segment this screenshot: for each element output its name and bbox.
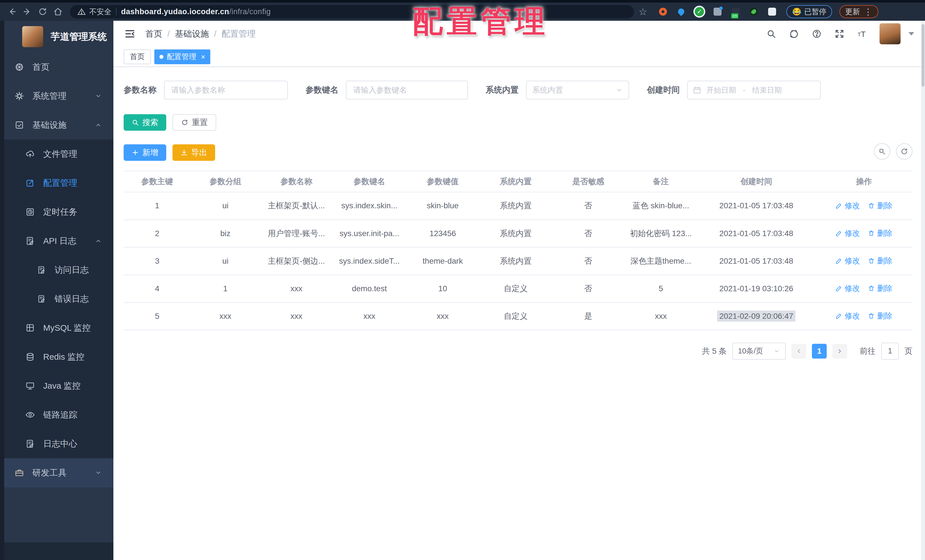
extension-puzzle-icon[interactable] bbox=[767, 6, 778, 17]
cell-param-value: 10 bbox=[406, 275, 479, 302]
tab-home[interactable]: 首页 bbox=[124, 50, 151, 64]
delete-link[interactable]: 删除 bbox=[868, 283, 892, 294]
edit-link[interactable]: 修改 bbox=[836, 311, 860, 321]
pagination: 共 5 条 10条/页 1 前往 页 bbox=[124, 343, 913, 360]
cell-param-id: 1 bbox=[124, 192, 191, 220]
cell-create-time: 2021-01-05 17:03:48 bbox=[697, 247, 815, 275]
sidebar-item-dev-tools[interactable]: 研发工具 bbox=[4, 458, 113, 487]
goto-page-input[interactable] bbox=[881, 343, 899, 360]
sidebar-item-log-center[interactable]: 日志中心 bbox=[4, 429, 113, 458]
browser-menu-icon[interactable]: ⋮ bbox=[864, 7, 873, 17]
cell-param-key: sys.index.sideT... bbox=[333, 247, 406, 275]
sidebar-item-redis-monitor[interactable]: Redis 监控 bbox=[4, 342, 113, 371]
chevron-down-icon bbox=[95, 469, 102, 476]
search-button[interactable]: 搜索 bbox=[124, 114, 166, 131]
param-key-input[interactable] bbox=[346, 81, 468, 99]
export-button[interactable]: 导出 bbox=[172, 145, 215, 161]
sidebar-item-java-monitor[interactable]: Java 监控 bbox=[4, 371, 113, 400]
sidebar-item-error-logs[interactable]: 错误日志 bbox=[4, 285, 113, 313]
profile-paused-badge[interactable]: 😂 已暂停 bbox=[786, 5, 832, 18]
sidebar-item-scheduled-jobs[interactable]: 定时任务 bbox=[4, 197, 113, 226]
breadcrumb-home[interactable]: 首页 bbox=[145, 28, 162, 40]
paused-label: 已暂停 bbox=[804, 7, 826, 17]
sidebar-item-tracing[interactable]: 链路追踪 bbox=[4, 400, 113, 429]
next-page-button[interactable] bbox=[832, 344, 847, 358]
menu-fold-icon[interactable] bbox=[124, 28, 136, 39]
delete-link[interactable]: 删除 bbox=[868, 200, 892, 211]
edit-link[interactable]: 修改 bbox=[836, 228, 860, 238]
delete-link[interactable]: 删除 bbox=[868, 228, 892, 238]
extension-orange-icon[interactable] bbox=[657, 6, 669, 17]
url-divider bbox=[116, 8, 116, 15]
sidebar-item-mysql-monitor[interactable]: MySQL 监控 bbox=[4, 313, 113, 342]
reset-button[interactable]: 重置 bbox=[172, 114, 216, 131]
sidebar-item-label: 日志中心 bbox=[43, 438, 77, 450]
delete-link[interactable]: 删除 bbox=[868, 311, 892, 321]
tab-close-icon[interactable]: × bbox=[201, 53, 205, 60]
sidebar-item-label: 链路追踪 bbox=[43, 409, 77, 421]
warning-icon bbox=[77, 8, 86, 16]
cell-remark: xxx bbox=[625, 302, 697, 330]
font-size-icon[interactable]: TT bbox=[857, 29, 868, 39]
system-built-in-label: 系统内置 bbox=[486, 84, 519, 96]
param-name-label: 参数名称 bbox=[124, 84, 157, 96]
avatar-dropdown-caret-icon[interactable] bbox=[908, 32, 914, 36]
svg-text:T: T bbox=[858, 32, 861, 38]
breadcrumb-infrastructure[interactable]: 基础设施 bbox=[175, 28, 209, 40]
chevron-up-icon bbox=[95, 237, 102, 245]
delete-link[interactable]: 删除 bbox=[868, 256, 892, 266]
bookmark-star-icon[interactable]: ☆ bbox=[639, 6, 647, 17]
extension-leaf-icon[interactable] bbox=[748, 6, 759, 17]
cell-param-group: xxx bbox=[191, 302, 260, 330]
tab-config-management[interactable]: 配置管理 × bbox=[154, 50, 210, 64]
refresh-icon bbox=[181, 119, 188, 126]
sidebar-item-file-management[interactable]: 文件管理 bbox=[4, 140, 113, 169]
cell-actions: 修改删除 bbox=[816, 275, 913, 302]
sidebar-item-home[interactable]: 首页 bbox=[4, 53, 113, 81]
reload-icon[interactable] bbox=[36, 5, 49, 18]
cell-param-id: 4 bbox=[124, 275, 191, 302]
extension-gray-icon[interactable] bbox=[712, 6, 723, 17]
edit-link[interactable]: 修改 bbox=[836, 283, 860, 294]
sidebar-item-infrastructure[interactable]: 基础设施 bbox=[4, 110, 113, 140]
sidebar-item-config-management[interactable]: 配置管理 bbox=[4, 169, 113, 197]
page-size-select[interactable]: 10条/页 bbox=[732, 343, 786, 360]
sidebar-item-label: MySQL 监控 bbox=[43, 322, 90, 334]
github-icon[interactable] bbox=[789, 29, 799, 39]
home-nav-icon[interactable] bbox=[52, 5, 64, 18]
back-icon[interactable] bbox=[6, 5, 18, 18]
system-built-in-select[interactable]: 系统内置 bbox=[526, 81, 629, 99]
edit-link[interactable]: 修改 bbox=[836, 256, 860, 266]
current-page-button[interactable]: 1 bbox=[812, 344, 827, 358]
forward-icon[interactable] bbox=[21, 5, 33, 18]
cell-remark: 初始化密码 123... bbox=[625, 220, 697, 247]
refresh-table-button[interactable] bbox=[896, 143, 913, 160]
browser-update-button[interactable]: 更新 ⋮ bbox=[839, 5, 878, 18]
sidebar-item-api-logs[interactable]: API 日志 bbox=[4, 226, 113, 256]
sidebar-item-access-logs[interactable]: 访问日志 bbox=[4, 256, 113, 285]
help-icon[interactable] bbox=[811, 29, 822, 39]
address-bar[interactable]: 不安全 dashboard.yudao.iocoder.cn/infra/con… bbox=[70, 5, 634, 18]
chevron-down-icon bbox=[616, 86, 623, 94]
param-name-input[interactable] bbox=[164, 81, 288, 99]
search-icon[interactable] bbox=[766, 29, 777, 39]
app-logo-row[interactable]: 芋道管理系统 bbox=[4, 21, 113, 53]
edit-link[interactable]: 修改 bbox=[836, 200, 860, 211]
prev-page-button[interactable] bbox=[791, 344, 806, 358]
toggle-search-button[interactable] bbox=[874, 143, 890, 160]
scrollbar-thumb[interactable] bbox=[922, 24, 924, 87]
fullscreen-icon[interactable] bbox=[834, 29, 845, 39]
sidebar-item-system[interactable]: 系统管理 bbox=[4, 81, 113, 110]
extension-cn-icon[interactable] bbox=[730, 6, 741, 17]
security-status[interactable]: 不安全 bbox=[77, 7, 111, 17]
user-avatar[interactable] bbox=[880, 23, 901, 44]
filter-create-time: 创建时间 开始日期 - 结束日期 bbox=[647, 81, 821, 99]
extension-check-icon[interactable]: ✓ bbox=[694, 6, 705, 17]
cell-actions: 修改删除 bbox=[816, 302, 913, 330]
total-count: 共 5 条 bbox=[702, 346, 727, 357]
page-scrollbar[interactable] bbox=[921, 21, 925, 560]
add-button[interactable]: 新增 bbox=[124, 145, 166, 161]
date-range-picker[interactable]: 开始日期 - 结束日期 bbox=[687, 81, 821, 99]
extension-pin-icon[interactable] bbox=[675, 6, 687, 17]
chevron-down-icon bbox=[773, 348, 780, 355]
